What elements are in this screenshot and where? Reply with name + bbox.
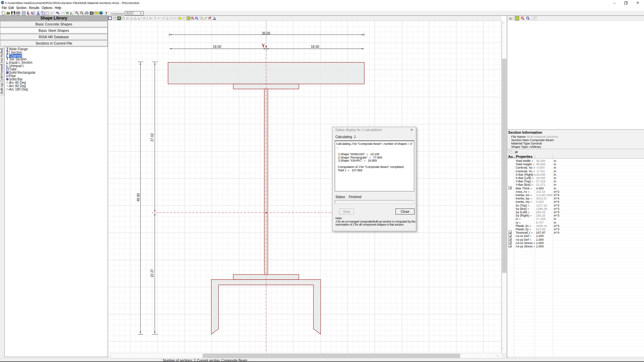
- svg-text:27.62: 27.62: [150, 133, 154, 141]
- svg-text:36.00: 36.00: [262, 32, 270, 35]
- svg-text:18.00: 18.00: [311, 45, 319, 49]
- svg-text:3D: 3D: [509, 17, 512, 20]
- svg-text:J: J: [70, 11, 72, 15]
- svg-text:49.90: 49.90: [137, 193, 140, 201]
- svg-text:18.00: 18.00: [213, 45, 221, 49]
- svg-text:x: x: [72, 13, 73, 15]
- svg-text:Q: Q: [81, 12, 83, 14]
- svg-text:Ω: Ω: [515, 150, 517, 154]
- svg-text:Y: Y: [262, 43, 265, 48]
- svg-text:22.27: 22.27: [150, 269, 154, 277]
